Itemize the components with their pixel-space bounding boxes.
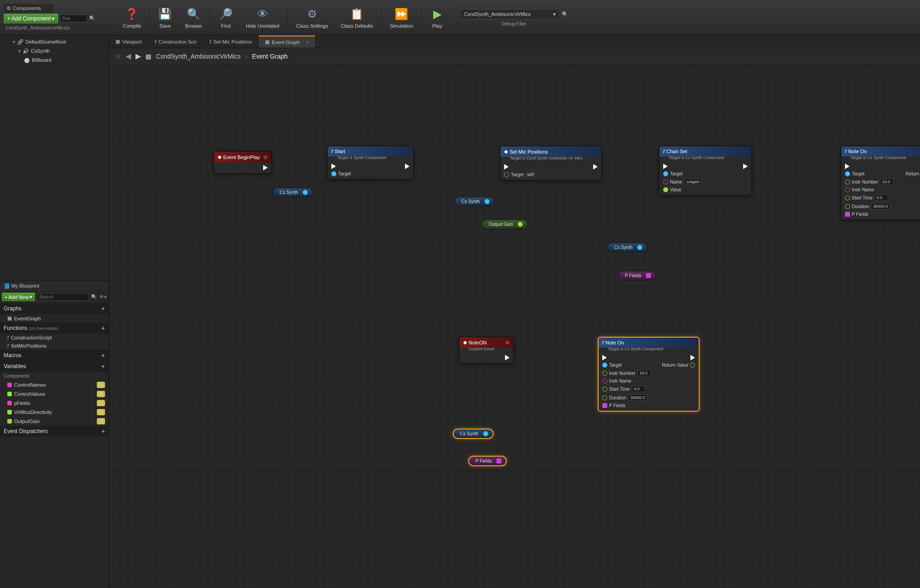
variable-item[interactable]: OutputGain👁 [0, 417, 109, 426]
pfields-pin[interactable] [845, 212, 850, 217]
instr-number-pin[interactable] [602, 371, 607, 376]
target-pin[interactable] [602, 363, 607, 368]
var-node-outputgain[interactable]: Output Gain [482, 219, 528, 229]
instr-name-input[interactable] [876, 189, 881, 191]
class-settings-button[interactable]: ⚙ Class Settings [290, 4, 334, 31]
section-graphs[interactable]: Graphs + [0, 303, 109, 314]
node-note-on-2[interactable]: fNote On Target is Cs Synth Component Ta… [598, 337, 700, 412]
eye-icon[interactable]: 👁▾ [99, 294, 107, 300]
find-button[interactable]: 🔎 Find [212, 4, 240, 31]
variable-item[interactable]: ControlValues👁 [0, 389, 109, 399]
var-out-pin[interactable] [303, 190, 308, 195]
exec-out-pin[interactable] [505, 355, 510, 360]
compile-button[interactable]: ❓ Compile [116, 4, 147, 31]
exec-in-pin[interactable] [504, 164, 509, 169]
var-node-pfields-2[interactable]: P Fields [468, 456, 507, 466]
return-pin[interactable] [690, 363, 695, 368]
node-set-mic-positions[interactable]: ◆Set Mic Positions Target is Csnd Synth … [500, 146, 602, 180]
node-toggle-icon[interactable]: ▣ [263, 154, 268, 160]
debug-filter-combo[interactable]: CsndSynth_AmbisonicVirMics ▾ [460, 9, 560, 20]
visibility-toggle[interactable]: 👁 [97, 382, 105, 388]
instr-name-input[interactable] [633, 380, 639, 382]
node-note-on-1[interactable]: fNote On Target is Cs Synth Component Ta… [841, 146, 920, 220]
nav-forward-button[interactable]: ▶ [135, 52, 141, 60]
var-node-cssynth-3[interactable]: Cs Synth [607, 243, 647, 252]
exec-in-pin[interactable] [663, 164, 668, 169]
add-function-button[interactable]: + [101, 324, 105, 332]
start-time-pin[interactable] [602, 387, 607, 392]
variable-item[interactable]: ControlNames👁 [0, 380, 109, 389]
graph-tab[interactable]: ▦Event Graph× [259, 35, 315, 48]
simulation-button[interactable]: ⏩ Simulation [384, 4, 420, 31]
start-time-input[interactable]: 0.0 [632, 386, 645, 392]
node-event-beginplay[interactable]: ◆Event BeginPlay▣ [214, 151, 272, 174]
section-functions[interactable]: Functions (19 Overridable) + [0, 323, 109, 334]
components-tab[interactable]: ⚙ Components [4, 4, 54, 13]
favorite-icon[interactable]: ☆ [115, 52, 121, 60]
exec-in-pin[interactable] [845, 164, 850, 169]
duration-pin[interactable] [845, 204, 850, 209]
instr-number-input[interactable]: 10.0 [880, 179, 894, 185]
hide-unrelated-button[interactable]: 👁 Hide Unrelated [240, 4, 285, 31]
function-item-setmic[interactable]: fSetMicPositions [0, 342, 109, 350]
value-pin[interactable] [663, 187, 668, 192]
add-macro-button[interactable]: + [101, 352, 105, 359]
add-graph-button[interactable]: + [101, 305, 105, 312]
target-pin[interactable] [845, 171, 850, 176]
duration-input[interactable]: 36000.0 [628, 394, 648, 401]
instr-number-input[interactable]: 10.0 [637, 370, 651, 376]
add-new-button[interactable]: + Add New ▾ [2, 293, 35, 301]
var-node-cssynth-2[interactable]: Cs Synth [455, 197, 495, 206]
exec-out-pin[interactable] [405, 164, 410, 169]
my-blueprint-tab[interactable]: 📘 My Blueprint [0, 281, 109, 291]
visibility-toggle[interactable]: 👁 [97, 400, 105, 406]
add-dispatcher-button[interactable]: + [101, 428, 105, 435]
var-out-pin[interactable] [496, 458, 501, 463]
class-defaults-button[interactable]: 📋 Class Defaults [335, 4, 380, 31]
node-start[interactable]: fStart Target is Synth Component Target [327, 146, 414, 179]
section-dispatchers[interactable]: Event Dispatchers + [0, 426, 109, 437]
duration-pin[interactable] [602, 395, 607, 400]
tree-cssynth[interactable]: ▾ 🔊 CsSynth [0, 46, 109, 55]
variable-item[interactable]: VirMicsDirectivity👁 [0, 408, 109, 417]
tree-billboard[interactable]: ⬤ Billboard [0, 55, 109, 65]
node-noteon-event[interactable]: ◆NoteON▣ Custom Event [459, 337, 514, 364]
close-icon[interactable]: × [306, 40, 309, 45]
graph-item-eventgraph[interactable]: ▦EventGraph [0, 314, 109, 323]
name-input[interactable]: outgain [684, 179, 702, 185]
tree-root[interactable]: ▾ 🔗 DefaultSceneRoot [0, 37, 109, 46]
name-pin[interactable] [663, 179, 668, 184]
exec-out-pin[interactable] [263, 165, 268, 170]
pfields-pin[interactable] [602, 403, 607, 408]
graph-canvas[interactable]: ◆Event BeginPlay▣ fStart Target is Synth… [109, 64, 920, 588]
start-time-pin[interactable] [845, 195, 850, 200]
duration-input[interactable]: 36000.0 [871, 203, 890, 209]
target-pin[interactable] [504, 172, 509, 177]
components-search-input[interactable] [60, 15, 87, 22]
graph-tab[interactable]: fConstruction Scri [149, 35, 204, 48]
var-out-pin[interactable] [485, 199, 490, 204]
graph-tab[interactable]: ▦Viewport [109, 35, 149, 48]
instr-number-pin[interactable] [845, 179, 850, 184]
add-component-button[interactable]: + Add Component ▾ [4, 14, 58, 24]
visibility-toggle[interactable]: 👁 [97, 418, 105, 424]
exec-in-pin[interactable] [331, 164, 336, 169]
var-out-pin[interactable] [637, 245, 642, 250]
visibility-toggle[interactable]: 👁 [97, 391, 105, 397]
search-icon[interactable]: 🔍 [562, 11, 568, 17]
save-button[interactable]: 💾 Save [151, 4, 179, 31]
node-chan-set[interactable]: fChan Set Target is Cs Synth Component T… [659, 146, 752, 195]
exec-out-pin[interactable] [593, 164, 598, 169]
play-button[interactable]: ▶ Play [424, 4, 451, 31]
var-out-pin[interactable] [646, 273, 651, 278]
browse-button[interactable]: 🔍 Browse [179, 4, 208, 31]
visibility-toggle[interactable]: 👁 [97, 409, 105, 415]
variable-item[interactable]: pFields👁 [0, 399, 109, 408]
target-pin[interactable] [331, 171, 336, 176]
nav-back-button[interactable]: ◀ [125, 52, 131, 60]
var-node-cssynth-4[interactable]: Cs Synth [453, 429, 494, 439]
exec-in-pin[interactable] [602, 355, 607, 360]
exec-out-pin[interactable] [690, 355, 695, 360]
section-variables[interactable]: Variables + [0, 361, 109, 372]
start-time-input[interactable]: 0.0 [875, 194, 888, 201]
